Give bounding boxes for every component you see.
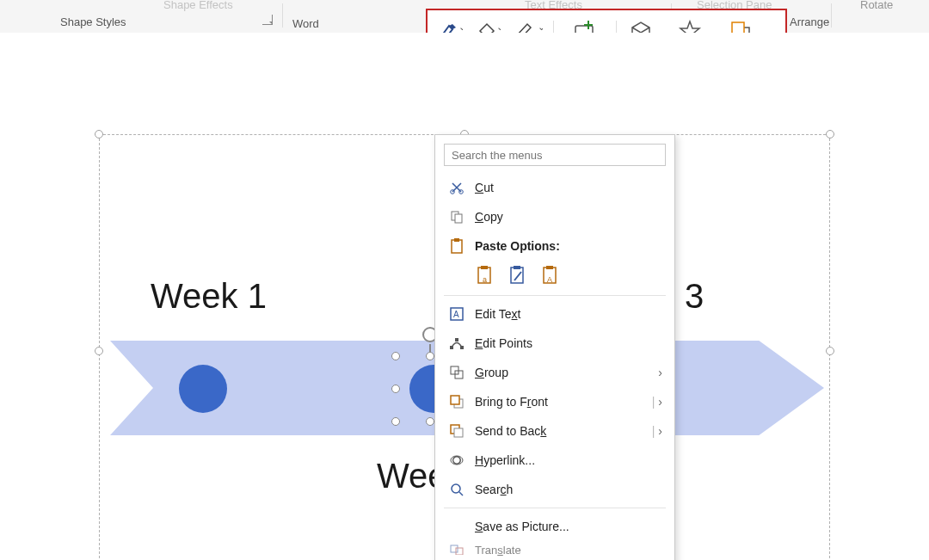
svg-text:A: A (453, 310, 459, 319)
paste-use-destination-theme[interactable]: a (475, 264, 497, 286)
translate-menu-item[interactable]: Translate (435, 541, 674, 558)
resize-handle[interactable] (391, 352, 400, 360)
svg-rect-33 (451, 396, 459, 404)
shape-styles-group-label: Shape Styles (60, 15, 126, 28)
edit-points-icon (447, 336, 466, 350)
save-as-picture-menu-item[interactable]: Save as Picture... (435, 512, 674, 541)
cut-menu-item[interactable]: Cut (435, 173, 674, 202)
svg-text:a: a (483, 275, 487, 284)
svg-rect-27 (450, 346, 453, 349)
paste-options-header: Paste Options: (435, 231, 674, 261)
resize-handle[interactable] (426, 352, 434, 360)
week-1-label[interactable]: Week 1 (151, 277, 267, 316)
cut-label: Cut (475, 181, 662, 194)
slide-canvas[interactable]: Week 1 Wee 3 Cut Copy Paste Options: a (0, 33, 929, 560)
svg-rect-29 (455, 338, 458, 342)
edit-text-icon: A (447, 307, 466, 321)
svg-rect-39 (451, 545, 458, 552)
paste-keep-source-formatting[interactable] (508, 264, 530, 286)
resize-handle[interactable] (391, 385, 400, 393)
svg-rect-16 (454, 238, 459, 242)
edit-points-menu-item[interactable]: Edit Points (435, 329, 674, 358)
week-3-label[interactable]: 3 (685, 277, 704, 316)
submenu-arrow-icon: › (658, 424, 662, 438)
copy-menu-item[interactable]: Copy (435, 202, 674, 231)
svg-rect-35 (454, 428, 463, 437)
group-menu-item[interactable]: Group › (435, 358, 674, 387)
shape-effects-label: Shape Effects (163, 0, 233, 11)
arrange-group-label: Arrange (790, 15, 829, 28)
paste-picture[interactable]: A (540, 264, 563, 286)
save-as-picture-label: Save as Picture... (475, 520, 662, 533)
resize-handle[interactable] (95, 347, 103, 355)
send-to-back-menu-item[interactable]: Send to Back | › (435, 416, 674, 446)
clipboard-icon (447, 238, 466, 254)
bring-to-front-icon (447, 395, 466, 409)
edit-text-menu-item[interactable]: A Edit Text (435, 299, 674, 329)
svg-rect-21 (514, 266, 520, 269)
bring-to-front-menu-item[interactable]: Bring to Front | › (435, 387, 674, 416)
svg-rect-28 (460, 346, 464, 349)
cut-icon (447, 181, 466, 194)
search-menus-input[interactable] (444, 144, 666, 166)
copy-label: Copy (475, 210, 662, 224)
menu-separator (444, 508, 666, 508)
svg-rect-14 (455, 214, 462, 223)
svg-rect-20 (511, 268, 523, 283)
menu-split-divider: | (652, 424, 655, 438)
search-icon (447, 483, 466, 496)
resize-handle[interactable] (391, 417, 400, 426)
wordart-group-label: Word (292, 17, 319, 30)
hyperlink-menu-item[interactable]: Hyperlink... (435, 446, 674, 475)
edit-text-label: Edit Text (475, 307, 662, 321)
svg-rect-18 (481, 266, 488, 269)
menu-split-divider: | (652, 395, 655, 409)
ribbon-divider (831, 3, 832, 28)
send-to-back-label: Send to Back (475, 424, 652, 438)
search-label: Search (475, 483, 662, 496)
copy-icon (447, 210, 466, 224)
group-label: Group (475, 366, 658, 379)
resize-handle[interactable] (826, 347, 834, 355)
translate-label: Translate (475, 544, 662, 557)
paste-options-row: a A (435, 261, 674, 292)
search-menu-item[interactable]: Search (435, 475, 674, 504)
dialog-launcher-icon[interactable] (262, 15, 273, 25)
rotate-label: Rotate (860, 0, 893, 11)
hyperlink-icon (447, 453, 466, 467)
svg-text:A: A (547, 275, 552, 284)
edit-points-label: Edit Points (475, 336, 662, 350)
paste-options-label: Paste Options: (475, 239, 662, 253)
translate-icon (447, 545, 466, 555)
svg-line-38 (459, 492, 463, 495)
ribbon-divider (282, 3, 283, 28)
svg-text:⌄: ⌄ (458, 22, 463, 32)
menu-separator (444, 295, 666, 296)
svg-rect-40 (456, 548, 463, 555)
resize-handle[interactable] (826, 130, 834, 138)
group-icon (447, 366, 466, 379)
svg-text:⌄: ⌄ (496, 22, 501, 32)
svg-rect-23 (546, 266, 553, 269)
svg-point-37 (452, 484, 460, 493)
context-menu: Cut Copy Paste Options: a A (434, 134, 675, 560)
hyperlink-label: Hyperlink... (475, 453, 662, 467)
svg-text:⌄: ⌄ (538, 22, 543, 32)
bring-to-front-label: Bring to Front (475, 395, 652, 409)
circle-shape[interactable] (179, 365, 227, 413)
submenu-arrow-icon: › (658, 395, 662, 409)
submenu-arrow-icon: › (658, 366, 662, 379)
resize-handle[interactable] (95, 130, 103, 138)
resize-handle[interactable] (426, 417, 434, 426)
send-to-back-icon (447, 424, 466, 438)
svg-rect-15 (452, 240, 462, 253)
